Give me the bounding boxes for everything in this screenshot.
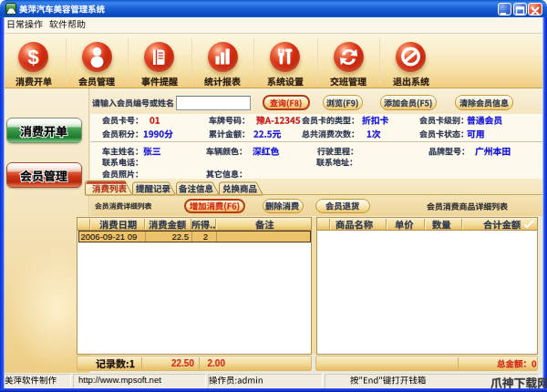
svg-text:$: $ (27, 46, 38, 68)
